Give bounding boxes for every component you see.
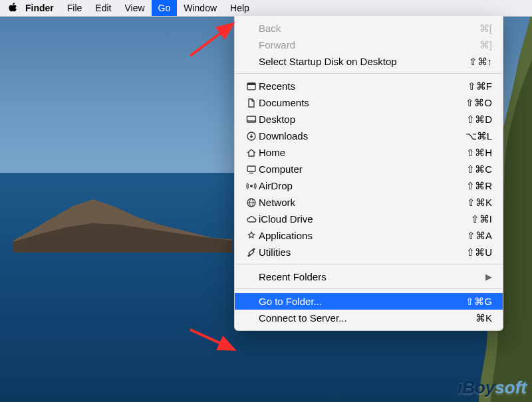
menu-item-computer[interactable]: Computer ⇧⌘C — [235, 161, 503, 177]
menu-item-shortcut: ⇧⌘G — [452, 296, 492, 308]
network-icon — [244, 197, 259, 208]
menu-separator — [235, 73, 502, 74]
menu-item-shortcut: ⇧⌘U — [452, 247, 492, 258]
desktop-icon — [244, 114, 259, 125]
menu-item-label: Downloads — [259, 130, 452, 142]
menu-item-label: Forward — [259, 39, 452, 50]
menu-item-utilities[interactable]: Utilities ⇧⌘U — [235, 244, 503, 260]
menu-item-label: Recents — [259, 80, 452, 92]
menu-item-label: Connect to Server... — [259, 312, 452, 324]
menu-item-applications[interactable]: Applications ⇧⌘A — [235, 227, 503, 244]
menu-item-label: Applications — [259, 230, 452, 241]
svg-rect-7 — [247, 166, 255, 171]
menubar-item-help[interactable]: Help — [223, 0, 256, 16]
menu-item-airdrop[interactable]: AirDrop ⇧⌘R — [235, 177, 503, 194]
downloads-icon — [244, 131, 259, 142]
apple-menu[interactable] — [7, 3, 19, 13]
menu-item-shortcut: ⇧⌘C — [452, 163, 492, 175]
menu-item-label: Utilities — [259, 247, 452, 258]
menu-item-shortcut: ⇧⌘I — [452, 213, 492, 225]
recents-icon — [244, 81, 259, 92]
menu-item-shortcut: ⇧⌘H — [452, 147, 492, 159]
menu-item-forward[interactable]: Forward ⌘] — [235, 37, 503, 53]
menubar-item-finder[interactable]: Finder — [19, 0, 61, 16]
menu-item-label: Back — [259, 23, 452, 34]
utilities-icon — [244, 247, 259, 258]
apple-logo-icon — [8, 3, 17, 13]
icloud-icon — [244, 214, 259, 225]
menubar-item-window[interactable]: Window — [177, 0, 223, 16]
menu-item-back[interactable]: Back ⌘[ — [235, 20, 503, 37]
menu-item-downloads[interactable]: Downloads ⌥⌘L — [235, 128, 503, 144]
go-menu: Back ⌘[ Forward ⌘] Select Startup Disk o… — [234, 16, 503, 331]
menu-item-shortcut: ⌘] — [452, 39, 492, 51]
home-icon — [244, 148, 259, 158]
menu-item-label: AirDrop — [259, 180, 452, 191]
menu-item-shortcut: ⇧⌘K — [452, 197, 492, 209]
wallpaper-island — [13, 199, 233, 252]
documents-icon — [244, 98, 259, 108]
menu-separator — [235, 288, 502, 290]
watermark: iBoysoft — [458, 377, 527, 398]
menu-item-shortcut: ⌥⌘L — [452, 130, 492, 142]
menubar-item-view[interactable]: View — [118, 0, 151, 16]
menu-item-label: Go to Folder... — [259, 296, 452, 307]
menu-item-label: Network — [259, 197, 452, 208]
computer-icon — [244, 164, 259, 175]
menu-item-go-to-folder[interactable]: Go to Folder... ⇧⌘G — [235, 293, 503, 310]
menu-item-shortcut: ⇧⌘O — [452, 97, 492, 109]
svg-rect-3 — [247, 83, 255, 85]
menu-item-shortcut: ⇧⌘R — [452, 180, 492, 192]
menu-item-label: Select Startup Disk on Desktop — [259, 56, 452, 67]
applications-icon — [244, 231, 259, 241]
menu-item-desktop[interactable]: Desktop ⇧⌘D — [235, 111, 503, 128]
menu-item-label: Documents — [259, 97, 452, 108]
watermark-soft: soft — [495, 377, 527, 397]
menubar-item-edit[interactable]: Edit — [88, 0, 118, 16]
menubar-item-go[interactable]: Go — [152, 0, 178, 16]
menu-item-select-startup-disk[interactable]: Select Startup Disk on Desktop ⇧⌘↑ — [235, 53, 503, 70]
svg-point-9 — [250, 185, 253, 187]
menu-item-shortcut: ⇧⌘D — [452, 114, 492, 126]
menu-item-shortcut: ⌘[ — [452, 23, 492, 35]
menu-item-icloud-drive[interactable]: iCloud Drive ⇧⌘I — [235, 211, 503, 227]
menu-item-recents[interactable]: Recents ⇧⌘F — [235, 78, 503, 94]
menubar: Finder File Edit View Go Window Help — [0, 0, 532, 17]
menu-item-label: Recent Folders — [259, 271, 485, 282]
menu-item-label: Desktop — [259, 114, 452, 125]
watermark-boy: Boy — [462, 377, 495, 397]
menu-item-documents[interactable]: Documents ⇧⌘O — [235, 94, 503, 111]
menu-item-connect-to-server[interactable]: Connect to Server... ⌘K — [235, 310, 503, 326]
menu-item-recent-folders[interactable]: Recent Folders ▶ — [235, 268, 503, 285]
desktop-wallpaper: Finder File Edit View Go Window Help Bac… — [0, 0, 532, 402]
menu-item-shortcut: ⇧⌘F — [452, 80, 492, 92]
menu-item-label: Home — [259, 147, 452, 158]
menu-item-home[interactable]: Home ⇧⌘H — [235, 144, 503, 161]
menu-item-network[interactable]: Network ⇧⌘K — [235, 194, 503, 211]
menu-item-label: Computer — [259, 163, 452, 175]
menu-item-label: iCloud Drive — [259, 213, 452, 225]
menu-separator — [235, 264, 502, 265]
menu-item-shortcut: ⇧⌘↑ — [452, 56, 492, 68]
menu-item-shortcut: ⇧⌘A — [452, 230, 492, 242]
menu-item-shortcut: ⌘K — [452, 312, 492, 324]
airdrop-icon — [244, 181, 259, 191]
menubar-item-file[interactable]: File — [61, 0, 89, 16]
submenu-arrow-icon: ▶ — [485, 272, 492, 282]
